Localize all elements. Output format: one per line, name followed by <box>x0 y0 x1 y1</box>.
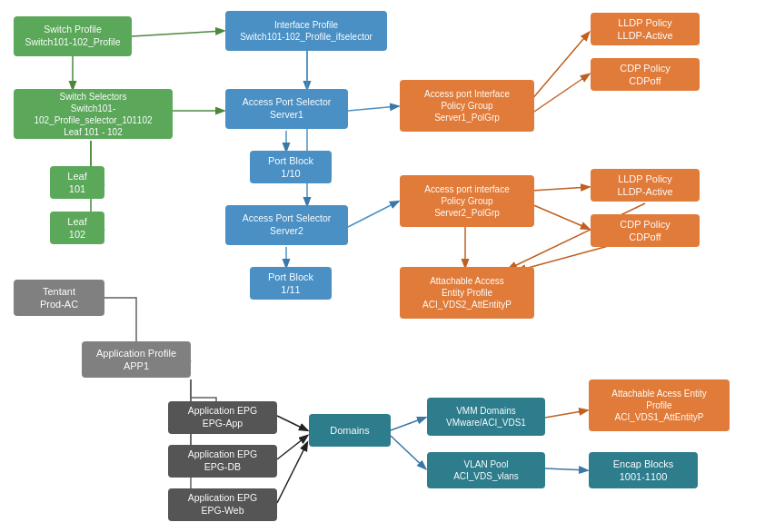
epg-db-node: Application EPG EPG-DB <box>168 445 277 478</box>
cdp-policy-off-2-label: CDP Policy CDPoff <box>620 218 670 244</box>
attachable-aep-vds2-node: Attachable Access Entity Profile ACI_VDS… <box>400 267 534 319</box>
access-port-selector-server1-label: Access Port Selector Server1 <box>243 96 331 121</box>
attachable-aep-vds1-label: Attachable Acess Entity Profile ACI_VDS1… <box>611 388 707 423</box>
lldp-policy-active-1-label: LLDP Policy LLDP-Active <box>617 16 672 43</box>
svg-line-8 <box>532 187 589 191</box>
access-port-ipg-server1-node: Access port Interface Policy Group Serve… <box>400 80 534 132</box>
port-block-1-11-node: Port Block 1/11 <box>250 267 332 300</box>
svg-line-6 <box>532 33 589 100</box>
cdp-policy-off-1-label: CDP Policy CDPoff <box>620 62 670 88</box>
switch-selectors-node: Switch Selectors Switch101-102_Profile_s… <box>14 89 173 139</box>
access-port-selector-server2-label: Access Port Selector Server2 <box>243 212 331 237</box>
svg-line-17 <box>545 410 587 418</box>
leaf102-label: Leaf 102 <box>67 215 86 241</box>
svg-line-7 <box>532 74 589 113</box>
svg-line-15 <box>277 443 307 503</box>
access-port-selector-server2-node: Access Port Selector Server2 <box>225 205 348 245</box>
svg-line-9 <box>532 204 589 229</box>
svg-line-16 <box>391 418 425 430</box>
leaf102-node: Leaf 102 <box>50 212 104 244</box>
diagram: Switch Profile Switch101-102_Profile Int… <box>0 0 775 532</box>
tenant-node: Tentant Prod-AC <box>14 280 104 316</box>
tenant-label: Tentant Prod-AC <box>40 285 78 311</box>
epg-web-node: Application EPG EPG-Web <box>168 488 277 521</box>
switch-profile-label: Switch Profile Switch101-102_Profile <box>25 24 120 48</box>
lldp-policy-active-2-node: LLDP Policy LLDP-Active <box>591 169 700 202</box>
vlan-pool-label: VLAN Pool ACI_VDS_vlans <box>453 458 519 482</box>
svg-line-13 <box>277 416 307 430</box>
epg-app-node: Application EPG EPG-App <box>168 401 277 434</box>
vmm-domains-node: VMM Domains VMware/ACI_VDS1 <box>427 398 545 436</box>
switch-profile-node: Switch Profile Switch101-102_Profile <box>14 16 132 56</box>
cdp-policy-off-2-node: CDP Policy CDPoff <box>591 214 700 247</box>
app-profile-node: Application Profile APP1 <box>82 341 191 378</box>
attachable-aep-vds2-label: Attachable Access Entity Profile ACI_VDS… <box>422 275 512 310</box>
svg-line-5 <box>348 202 398 227</box>
interface-profile-node: Interface Profile Switch101-102_Profile_… <box>225 11 387 51</box>
svg-line-18 <box>391 436 425 468</box>
encap-blocks-node: Encap Blocks 1001-1100 <box>589 452 698 488</box>
cdp-policy-off-1-node: CDP Policy CDPoff <box>591 58 700 91</box>
switch-selectors-label: Switch Selectors Switch101-102_Profile_s… <box>19 91 167 138</box>
svg-line-4 <box>348 106 398 111</box>
epg-db-label: Application EPG EPG-DB <box>188 448 257 473</box>
lldp-policy-active-2-label: LLDP Policy LLDP-Active <box>617 172 672 199</box>
interface-profile-label: Interface Profile Switch101-102_Profile_… <box>240 19 373 43</box>
svg-line-14 <box>277 436 307 459</box>
attachable-aep-vds1-node: Attachable Acess Entity Profile ACI_VDS1… <box>589 379 730 431</box>
domains-label: Domains <box>330 424 369 437</box>
leaf101-node: Leaf 101 <box>50 166 104 199</box>
access-port-ipg-server1-label: Access port Interface Policy Group Serve… <box>424 88 510 123</box>
app-profile-label: Application Profile APP1 <box>96 347 176 373</box>
epg-web-label: Application EPG EPG-Web <box>188 492 257 517</box>
lldp-policy-active-1-node: LLDP Policy LLDP-Active <box>591 13 700 45</box>
access-port-selector-server1-node: Access Port Selector Server1 <box>225 89 348 129</box>
svg-line-19 <box>545 468 587 470</box>
vlan-pool-node: VLAN Pool ACI_VDS_vlans <box>427 452 545 488</box>
domains-node: Domains <box>309 414 391 447</box>
vmm-domains-label: VMM Domains VMware/ACI_VDS1 <box>446 405 526 429</box>
port-block-1-10-node: Port Block 1/10 <box>250 151 332 183</box>
svg-line-0 <box>132 31 224 36</box>
port-block-1-11-label: Port Block 1/11 <box>268 271 313 297</box>
leaf101-label: Leaf 101 <box>67 170 86 196</box>
port-block-1-10-label: Port Block 1/10 <box>268 154 313 181</box>
access-port-ipg-server2-label: Access port interface Policy Group Serve… <box>424 183 509 219</box>
encap-blocks-label: Encap Blocks 1001-1100 <box>613 458 674 484</box>
access-port-ipg-server2-node: Access port interface Policy Group Serve… <box>400 175 534 227</box>
epg-app-label: Application EPG EPG-App <box>188 405 257 429</box>
